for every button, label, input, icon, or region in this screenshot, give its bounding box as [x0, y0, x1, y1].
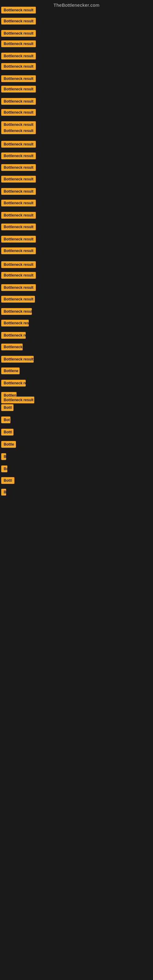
- bottleneck-item: Bottleneck result: [1, 141, 36, 149]
- bottleneck-item: Bo: [1, 466, 7, 474]
- bottleneck-item: Bottleneck result: [1, 75, 36, 83]
- bottleneck-badge[interactable]: Bottleneck result: [1, 332, 26, 339]
- bottleneck-item: Bottleneck result: [1, 40, 36, 48]
- bottleneck-badge[interactable]: Bottleneck result: [1, 121, 36, 128]
- bottleneck-badge[interactable]: Bottleneck result: [1, 7, 36, 13]
- bottleneck-badge[interactable]: Bottleneck result: [1, 396, 34, 403]
- bottleneck-badge[interactable]: Bottleneck result: [1, 86, 36, 92]
- bottleneck-badge[interactable]: Bottle: [1, 441, 16, 448]
- bottleneck-item: Bottleneck result: [1, 272, 36, 280]
- bottleneck-badge[interactable]: Bottleneck result: [1, 212, 36, 219]
- bottleneck-badge[interactable]: Bottleneck result: [1, 52, 36, 59]
- bottleneck-item: Bottleneck result: [1, 380, 26, 388]
- bottleneck-badge[interactable]: Bottleneck result: [1, 200, 36, 207]
- bottleneck-item: Bottleneck result: [1, 296, 35, 304]
- bottleneck-badge[interactable]: Bottleneck result: [1, 153, 36, 159]
- bottleneck-badge[interactable]: Bottl: [1, 404, 13, 411]
- bottleneck-badge[interactable]: Bottl: [1, 477, 14, 484]
- bottleneck-badge[interactable]: Bottleneck result: [1, 236, 36, 243]
- bottleneck-item: Bottleneck result: [1, 332, 26, 340]
- bottleneck-badge[interactable]: Bot: [1, 417, 10, 423]
- bottleneck-badge[interactable]: Bottleneck result: [1, 176, 36, 183]
- bottleneck-badge[interactable]: Bottleneck result: [1, 164, 36, 171]
- bottleneck-badge[interactable]: Bottleneck result: [1, 109, 36, 116]
- bottleneck-item: Bottleneck result: [1, 86, 36, 94]
- bottleneck-badge[interactable]: Bottleneck result: [1, 18, 36, 24]
- bottleneck-badge[interactable]: Bottleneck result: [1, 188, 36, 195]
- bottleneck-item: Bottleneck result: [1, 63, 36, 71]
- bottleneck-item: Bottleneck result: [1, 320, 29, 328]
- bottleneck-item: Bottleneck result: [1, 176, 36, 184]
- bottleneck-badge[interactable]: B: [1, 453, 6, 460]
- bottleneck-item: B: [1, 453, 6, 461]
- bottleneck-item: Bottleneck result: [1, 153, 36, 161]
- bottleneck-item: Bottleneck result: [1, 127, 36, 135]
- bottleneck-item: Bottleneck result: [1, 52, 36, 60]
- bottleneck-badge[interactable]: Bottleneck result: [1, 380, 26, 387]
- bottleneck-item: Bottleneck: [1, 344, 22, 352]
- bottleneck-item: Bottleneck result: [1, 308, 32, 316]
- bottleneck-badge[interactable]: Bottleneck result: [1, 356, 33, 363]
- bottleneck-badge[interactable]: Bottl: [1, 429, 13, 436]
- bottleneck-item: Bottleneck result: [1, 98, 36, 106]
- bottleneck-badge[interactable]: Bottleneck result: [1, 40, 36, 47]
- bottleneck-item: Bottleneck result: [1, 188, 36, 196]
- bottleneck-item: Bottleneck result: [1, 261, 36, 269]
- bottleneck-item: Bottleneck result: [1, 200, 36, 208]
- bottleneck-badge[interactable]: Bottleneck result: [1, 272, 36, 279]
- bottleneck-badge[interactable]: Bottleneck result: [1, 75, 36, 82]
- bottleneck-badge[interactable]: Bottlene: [1, 368, 19, 374]
- bottleneck-badge[interactable]: Bottleneck result: [1, 308, 32, 315]
- bottleneck-badge[interactable]: Bottleneck result: [1, 30, 36, 37]
- bottleneck-badge[interactable]: Bottleneck result: [1, 261, 36, 268]
- bottleneck-item: B: [1, 489, 6, 497]
- bottleneck-badge[interactable]: Bottleneck result: [1, 141, 36, 148]
- bottleneck-item: Bottleneck result: [1, 396, 34, 404]
- bottleneck-badge[interactable]: Bottleneck result: [1, 63, 36, 70]
- bottleneck-item: Bottl: [1, 477, 14, 485]
- bottleneck-item: Bot: [1, 417, 10, 425]
- bottleneck-badge[interactable]: Bottleneck result: [1, 98, 36, 105]
- bottleneck-badge[interactable]: Bo: [1, 466, 7, 472]
- bottleneck-item: Bottleneck result: [1, 224, 36, 232]
- bottleneck-badge[interactable]: Bottleneck result: [1, 284, 36, 291]
- bottleneck-item: Bottleneck result: [1, 30, 36, 38]
- bottleneck-item: Bottleneck result: [1, 212, 36, 220]
- bottleneck-badge[interactable]: Bottleneck result: [1, 247, 36, 254]
- bottleneck-badge[interactable]: Bottleneck result: [1, 320, 29, 326]
- bottleneck-badge[interactable]: Bottleneck result: [1, 224, 36, 230]
- bottleneck-item: Bottleneck result: [1, 109, 36, 117]
- bottleneck-item: Bottle: [1, 441, 16, 449]
- bottleneck-item: Bottl: [1, 404, 13, 412]
- bottleneck-item: Bottleneck result: [1, 164, 36, 172]
- bottleneck-item: Bottleneck result: [1, 236, 36, 244]
- bottleneck-item: Bottlene: [1, 368, 19, 375]
- bottleneck-item: Bottl: [1, 429, 13, 437]
- bottleneck-item: Bottleneck result: [1, 284, 36, 292]
- bottleneck-badge[interactable]: Bottleneck result: [1, 127, 36, 134]
- bottleneck-item: Bottleneck result: [1, 247, 36, 255]
- bottleneck-item: Bottleneck result: [1, 18, 36, 26]
- bottleneck-badge[interactable]: Bottleneck: [1, 344, 22, 350]
- bottleneck-badge[interactable]: Bottleneck result: [1, 296, 35, 302]
- bottleneck-badge[interactable]: B: [1, 489, 6, 495]
- bottleneck-item: Bottleneck result: [1, 356, 33, 364]
- bottleneck-item: Bottleneck result: [1, 7, 36, 15]
